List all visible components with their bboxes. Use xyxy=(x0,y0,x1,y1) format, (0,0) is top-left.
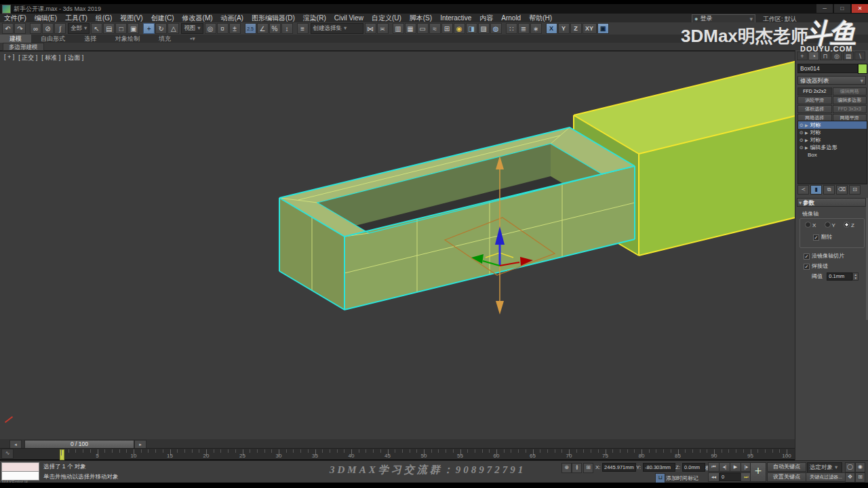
edit-named-selection-sets-icon[interactable]: ≡ xyxy=(297,23,309,34)
maximize-viewport-toggle-icon[interactable]: ⊞ xyxy=(855,472,865,483)
ribbon-minimize-icon[interactable]: ▪▾ xyxy=(180,35,205,43)
visibility-eye-icon[interactable]: ⊙ xyxy=(800,138,804,143)
align-icon[interactable]: ≍ xyxy=(377,23,389,34)
viewport-menu-general[interactable]: [ + ] xyxy=(4,54,14,62)
percent-snap-icon[interactable]: % xyxy=(269,23,281,34)
object-name-field[interactable]: Box014 xyxy=(797,64,858,73)
maximize-button[interactable]: □ xyxy=(834,4,850,13)
select-and-rotate-icon[interactable]: ↻ xyxy=(155,23,167,34)
add-time-tag-text[interactable]: 添加时间标记 xyxy=(666,474,698,482)
tab-utilities-icon[interactable]: ∖ xyxy=(854,52,865,60)
rendered-frame-window-icon[interactable]: ▨ xyxy=(478,23,490,34)
bind-to-space-warp-icon[interactable]: ∫ xyxy=(54,23,66,34)
close-button[interactable]: ✕ xyxy=(852,4,868,13)
threshold-spinner[interactable]: 0.1mm xyxy=(827,272,852,281)
radio-axis-z[interactable] xyxy=(844,222,850,228)
expand-arrow-icon[interactable]: ▶ xyxy=(805,130,808,135)
modifier-button-ffd2[interactable]: FFD 2x2x2 xyxy=(797,87,832,96)
viewport-menu-render-level[interactable]: [ 标准 ] xyxy=(41,54,60,62)
minimize-button[interactable]: ─ xyxy=(816,4,833,13)
axis-constraint-x-button[interactable]: X xyxy=(546,23,557,34)
menu-rendering[interactable]: 渲染(R) xyxy=(299,14,330,23)
stack-row-symmetry-1[interactable]: ⊙ ▶ 对称 xyxy=(798,121,867,129)
mirror-icon[interactable]: ⋈ xyxy=(365,23,376,34)
ribbon-tab-object-paint[interactable]: 对象绘制 xyxy=(106,35,149,43)
window-crossing-toggle-icon[interactable]: ▣ xyxy=(127,23,139,34)
axis-constraint-y-button[interactable]: Y xyxy=(558,23,570,34)
menu-content[interactable]: 内容 xyxy=(475,14,497,23)
select-and-move-icon[interactable]: + xyxy=(143,23,155,34)
visibility-eye-icon[interactable]: ⊙ xyxy=(800,123,804,128)
spinner-arrows-icon[interactable]: ▴▾ xyxy=(852,272,859,281)
named-selection-sets-dropdown[interactable]: 创建选择集▾ xyxy=(311,23,363,34)
time-slider-track[interactable]: ◂ 0 / 100 ▸ xyxy=(0,439,795,448)
macro-recorder-field[interactable] xyxy=(1,462,39,472)
stack-row-symmetry-3[interactable]: ⊙ ▶ 对称 xyxy=(798,136,867,144)
rectangular-selection-region-icon[interactable]: □ xyxy=(115,23,127,34)
menu-views[interactable]: 视图(V) xyxy=(116,14,146,23)
go-to-start-icon[interactable]: ⏮ xyxy=(708,462,719,472)
modifier-button-turbosmooth[interactable]: 涡轮平滑 xyxy=(797,96,832,104)
select-and-scale-icon[interactable]: △ xyxy=(167,23,179,34)
slice-along-mirror-checkbox[interactable]: ✓ xyxy=(804,253,810,260)
spinner-snap-icon[interactable]: ↕ xyxy=(281,23,293,34)
radio-axis-y[interactable] xyxy=(825,222,831,228)
ribbon-tab-freeform[interactable]: 自由形式 xyxy=(31,35,75,43)
play-icon[interactable]: ▶ xyxy=(730,462,741,472)
menu-civil-view[interactable]: Civil View xyxy=(330,14,368,22)
pan-view-icon[interactable]: ✥ xyxy=(845,472,855,483)
modifier-button-editmesh[interactable]: 编辑网格 xyxy=(833,87,867,96)
expand-arrow-icon[interactable]: ▶ xyxy=(805,138,808,142)
select-object-icon[interactable]: ↖ xyxy=(91,23,102,34)
coord-y-field[interactable]: -80.303mm xyxy=(643,463,675,472)
curve-editor-icon[interactable]: ≈ xyxy=(429,23,441,34)
unlink-selection-icon[interactable]: ⊘ xyxy=(42,23,54,34)
auto-key-plus-icon[interactable]: + xyxy=(750,462,766,482)
polygon-modeling-panel-button[interactable]: 多边形建模 xyxy=(3,43,44,51)
viewport[interactable]: [ + ] [ 正交 ] [ 标准 ] [ 边面 ] xyxy=(0,51,795,440)
absolute-mode-transform-icon[interactable]: ⊞ xyxy=(583,463,593,473)
menu-scripting[interactable]: 脚本(S) xyxy=(406,14,436,23)
time-tag-icon[interactable]: ⊔ xyxy=(655,473,665,483)
remove-modifier-icon[interactable]: ⌫ xyxy=(836,185,848,195)
menu-arnold[interactable]: Arnold xyxy=(497,14,525,22)
stack-row-symmetry-2[interactable]: ⊙ ▶ 对称 xyxy=(798,129,867,136)
select-and-manipulate-icon[interactable]: ¤ xyxy=(217,23,229,34)
show-end-result-icon[interactable]: ▮ xyxy=(810,185,822,195)
expand-arrow-icon[interactable]: ▶ xyxy=(805,145,808,150)
material-editor-icon[interactable]: ◉ xyxy=(454,23,465,34)
array-tool-icon[interactable]: ≣ xyxy=(518,23,530,34)
redo-icon[interactable]: ↷ xyxy=(14,23,26,34)
isolate-selection-icon[interactable]: ⊕ xyxy=(561,463,572,473)
menu-interactive[interactable]: Interactive xyxy=(436,14,475,22)
modifier-button-volselect[interactable]: 体积选择 xyxy=(797,105,832,113)
use-pivot-center-icon[interactable]: ◎ xyxy=(205,23,216,34)
menu-tools[interactable]: 工具(T) xyxy=(61,14,92,23)
make-unique-icon[interactable]: ⧉ xyxy=(823,185,835,195)
menu-edit[interactable]: 编辑(E) xyxy=(31,14,61,23)
menu-group[interactable]: 组(G) xyxy=(92,14,116,23)
zoom-icon[interactable]: ◯ xyxy=(845,462,855,472)
snaps-toggle-icon[interactable]: 2.5 xyxy=(245,23,256,34)
selection-filter-dropdown[interactable]: 全部▾ xyxy=(68,23,90,34)
mini-curve-editor-icon[interactable]: ∿ xyxy=(1,449,14,459)
selection-lock-icon[interactable]: ≬ xyxy=(572,463,582,473)
ribbon-tab-modeling[interactable]: 建模 xyxy=(0,35,31,43)
viewport-menu-shading[interactable]: [ 边面 ] xyxy=(64,54,83,62)
previous-key-icon[interactable]: ◂| xyxy=(719,462,730,472)
zoom-all-icon[interactable]: ◉ xyxy=(855,462,865,472)
radio-axis-x[interactable] xyxy=(805,222,811,228)
selection-lock-toggle-icon[interactable]: ▣ xyxy=(597,23,609,34)
current-frame-field[interactable]: 0 xyxy=(719,472,743,481)
menu-create[interactable]: 创建(C) xyxy=(147,14,178,23)
menu-file[interactable]: 文件(F) xyxy=(0,14,31,23)
menu-modifiers[interactable]: 修改器(M) xyxy=(178,14,217,23)
coord-x-field[interactable]: 2445.971mm xyxy=(602,463,636,472)
visibility-eye-icon[interactable]: ⊙ xyxy=(800,145,804,150)
modifier-button-ffd3[interactable]: FFD 3x3x3 xyxy=(833,105,867,113)
configure-modifier-sets-icon[interactable]: ⊡ xyxy=(849,185,861,195)
key-mode-toggle-icon[interactable]: ◂◂ xyxy=(708,472,719,482)
stack-row-editpoly[interactable]: ⊙ ▶ 编辑多边形 xyxy=(798,144,867,151)
ribbon-tab-populate[interactable]: 填充 xyxy=(149,35,180,43)
modifier-list-dropdown[interactable]: 修改器列表 ▾ xyxy=(797,76,866,85)
